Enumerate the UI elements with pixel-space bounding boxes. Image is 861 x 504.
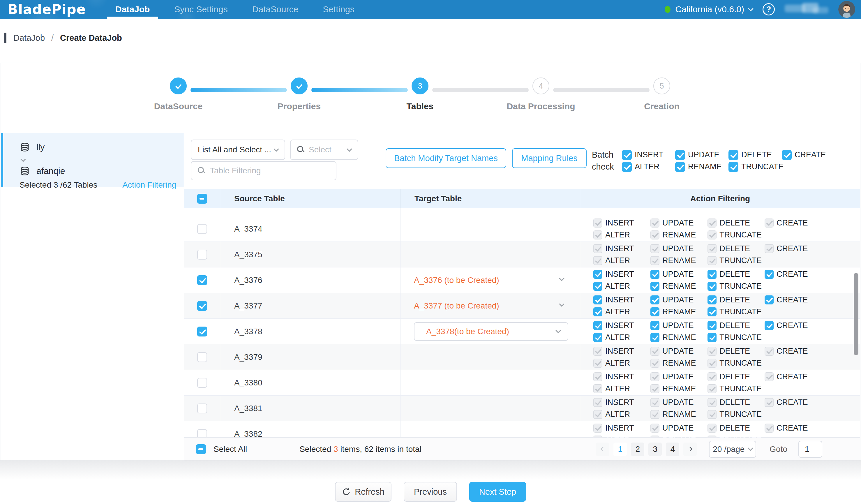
action-checkbox-alter[interactable] [593,256,602,265]
select-all-checkbox[interactable] [196,444,206,454]
table-row[interactable]: A_3382INSERTUPDATEDELETECREATEALTERRENAM… [184,421,860,437]
action-checkbox-rename[interactable] [651,307,659,316]
action-checkbox-create[interactable] [765,424,774,433]
action-checkbox-[interactable] [593,208,602,208]
refresh-button[interactable]: Refresh [335,482,392,502]
action-checkbox-rename[interactable] [651,230,659,240]
action-checkbox-truncate[interactable] [708,384,716,393]
action-checkbox-insert[interactable] [593,321,602,330]
list-mode-select[interactable]: List All and Select ... [191,139,285,160]
step-datasource[interactable]: DataSource [132,78,225,111]
page-button-4[interactable]: 4 [666,442,679,456]
batch-checkbox-rename[interactable] [675,162,685,172]
avatar[interactable] [838,1,855,18]
row-checkbox[interactable] [197,301,207,311]
action-checkbox-[interactable] [708,208,716,208]
action-checkbox-create[interactable] [765,244,774,253]
action-checkbox-delete[interactable] [708,218,716,228]
action-checkbox-create[interactable] [765,372,774,381]
action-checkbox-delete[interactable] [708,270,716,279]
next-page-button[interactable] [683,442,697,456]
table-row[interactable]: A_3381INSERTUPDATEDELETECREATEALTERRENAM… [184,396,860,421]
chevron-down-icon[interactable] [559,276,564,281]
mapping-rules-button[interactable]: Mapping Rules [512,148,587,168]
batch-checkbox-create[interactable] [782,150,792,160]
page-button-3[interactable]: 3 [648,442,662,456]
table-row[interactable]: A_3379INSERTUPDATEDELETECREATEALTERRENAM… [184,344,860,370]
action-checkbox-truncate[interactable] [708,230,716,240]
action-checkbox-truncate[interactable] [708,282,716,291]
action-checkbox-rename[interactable] [651,333,659,342]
action-filtering-link[interactable]: Action Filtering [122,180,176,190]
action-checkbox-truncate[interactable] [708,256,716,265]
breadcrumb-parent[interactable]: DataJob [13,33,45,43]
batch-checkbox-alter[interactable] [622,162,632,172]
action-checkbox-create[interactable] [765,296,774,304]
target-table-select[interactable]: A_3378(to be Created) [414,322,568,341]
table-row[interactable]: A_3376A_3376 (to be Created)INSERTUPDATE… [184,268,860,293]
action-checkbox-truncate[interactable] [708,359,716,368]
action-checkbox-rename[interactable] [651,256,659,265]
previous-button[interactable]: Previous [404,482,457,502]
datasource-pair-item[interactable]: lly afanqie Selected 3 /62 Tables [1,133,184,187]
nav-item-datajob[interactable]: DataJob [115,0,150,19]
batch-checkbox-delete[interactable] [728,150,738,160]
nav-item-sync-settings[interactable]: Sync Settings [174,0,228,19]
vertical-scrollbar[interactable] [854,273,858,355]
action-checkbox-alter[interactable] [593,384,602,393]
table-row[interactable]: A_3375INSERTUPDATEDELETECREATEALTERRENAM… [184,242,860,268]
batch-checkbox-update[interactable] [675,150,685,160]
action-checkbox-delete[interactable] [708,347,716,356]
action-checkbox-update[interactable] [651,244,659,253]
action-checkbox-update[interactable] [651,372,659,381]
step-data-processing[interactable]: 4Data Processing [494,78,587,111]
action-checkbox-insert[interactable] [593,270,602,279]
action-checkbox-insert[interactable] [593,398,602,407]
action-checkbox-update[interactable] [651,321,659,330]
action-checkbox-create[interactable] [765,218,774,228]
row-checkbox[interactable] [197,327,207,337]
action-checkbox-update[interactable] [651,398,659,407]
batch-modify-target-names-button[interactable]: Batch Modify Target Names [386,148,506,168]
action-checkbox-create[interactable] [765,270,774,279]
action-checkbox-update[interactable] [651,296,659,304]
action-checkbox-[interactable] [651,208,659,208]
action-checkbox-truncate[interactable] [708,333,716,342]
action-checkbox-insert[interactable] [593,372,602,381]
action-checkbox-alter[interactable] [593,307,602,316]
page-button-1[interactable]: 1 [613,442,627,456]
table-row[interactable]: A_3374INSERTUPDATEDELETECREATEALTERRENAM… [184,216,860,242]
step-properties[interactable]: Properties [252,78,346,111]
action-checkbox-delete[interactable] [708,424,716,433]
action-checkbox-rename[interactable] [651,384,659,393]
prev-page-button[interactable] [596,442,609,456]
search-select[interactable]: Select [290,139,358,160]
table-row[interactable]: A_3378A_3378(to be Created)INSERTUPDATED… [184,319,860,344]
row-checkbox[interactable] [197,250,207,260]
action-checkbox-insert[interactable] [593,218,602,228]
action-checkbox-rename[interactable] [651,410,659,419]
row-checkbox[interactable] [197,404,207,413]
target-table-name[interactable]: A_3376 (to be Created) [414,276,499,285]
action-checkbox-update[interactable] [651,218,659,228]
username-redacted[interactable] [785,3,829,16]
action-checkbox-insert[interactable] [593,424,602,433]
step-creation[interactable]: 5Creation [615,78,708,111]
row-checkbox[interactable] [197,429,207,438]
row-checkbox[interactable] [197,352,207,362]
page-button-2[interactable]: 2 [631,442,644,456]
action-checkbox-alter[interactable] [593,410,602,419]
action-checkbox-insert[interactable] [593,347,602,356]
table-row[interactable]: A_3380INSERTUPDATEDELETECREATEALTERRENAM… [184,370,860,396]
table-row[interactable]: A_3377A_3377 (to be Created)INSERTUPDATE… [184,293,860,319]
target-table-name[interactable]: A_3377 (to be Created) [414,301,499,311]
action-checkbox-create[interactable] [765,321,774,330]
action-checkbox-alter[interactable] [593,333,602,342]
action-checkbox-insert[interactable] [593,296,602,304]
action-checkbox-rename[interactable] [651,282,659,291]
action-checkbox-update[interactable] [651,424,659,433]
nav-item-settings[interactable]: Settings [323,0,354,19]
environment-selector[interactable]: California (v0.6.0) [665,4,753,14]
select-all-header-checkbox[interactable] [197,194,207,204]
action-checkbox-delete[interactable] [708,244,716,253]
